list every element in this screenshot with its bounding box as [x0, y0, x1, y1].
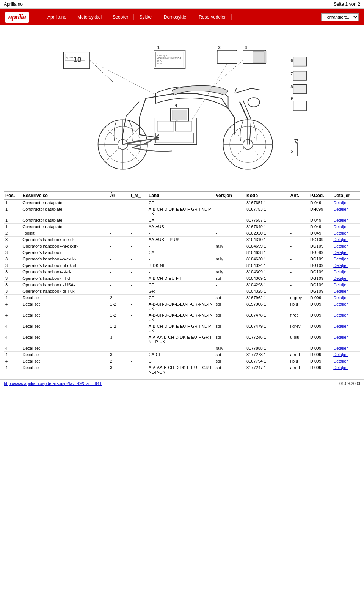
table-row: 1Constructor dataplate--CF-8167651 1-DI0… [4, 200, 360, 206]
nav-link-sykkel[interactable]: Sykkel [134, 14, 158, 20]
header-kode: Kode [245, 192, 289, 200]
dealer-select[interactable]: Forhandlere... [321, 13, 359, 21]
svg-text:3: 3 [245, 45, 247, 50]
cell-versjon: std [214, 358, 245, 364]
cell-land: CF [147, 358, 214, 364]
detaljer-link[interactable]: Detaljer [333, 289, 348, 293]
cell-ant: j.grey [289, 323, 309, 334]
cell-pcod: DG109 [309, 256, 332, 262]
cell-pcod: DG109 [309, 243, 332, 249]
cell-pos: 4 [4, 323, 21, 334]
cell-kode: 8104309 1 [245, 269, 289, 275]
detaljer-link[interactable]: Detaljer [333, 346, 348, 350]
cell-ant: - [289, 262, 309, 269]
cell-pcod: DG109 [309, 288, 332, 295]
detaljer-link[interactable]: Detaljer [333, 270, 348, 274]
detaljer-link[interactable]: Detaljer [333, 231, 348, 235]
detaljer-link[interactable]: Detaljer [333, 263, 348, 268]
footer-date: 01.09.2003 [339, 381, 360, 386]
detaljer-link[interactable]: Detaljer [333, 250, 348, 255]
nav-link-demosykler[interactable]: Demosykler [158, 14, 193, 20]
detaljer-link[interactable]: Detaljer [333, 200, 348, 205]
cell-kode: 8104310 1 [245, 237, 289, 243]
table-row: 2Toolkit----8102920 1-DI049Detaljer [4, 230, 360, 237]
nav-links: Aprilia.no Motorsykkel Scooter Sykkel De… [34, 14, 231, 20]
cell-im: - [129, 288, 147, 295]
nav-link-reservedeler[interactable]: Reservedeler [193, 14, 231, 20]
table-row: 3Operator's handbook--CA-8104638 1-DG099… [4, 249, 360, 256]
cell-aar: 1-2 [108, 323, 129, 334]
logo-box[interactable]: aprilia [5, 12, 29, 23]
svg-rect-20 [294, 58, 306, 66]
cell-detaljer: Detaljer [332, 282, 360, 288]
cell-pos: 3 [4, 249, 21, 256]
cell-versjon: rally [214, 269, 245, 275]
cell-land: - [147, 345, 214, 352]
table-row: 3Operator's handbook-gr-j-uk---GR-810432… [4, 288, 360, 295]
cell-pos: 3 [4, 256, 21, 262]
nav-link-site[interactable]: Aprilia.no [42, 14, 72, 20]
detaljer-link[interactable]: Detaljer [333, 218, 348, 222]
cell-im: - [129, 345, 147, 352]
cell-land: - [147, 269, 214, 275]
table-row: 4Decal set---rally8177888 1-DI009Detalje… [4, 345, 360, 352]
nav-link-scooter[interactable]: Scooter [107, 14, 134, 20]
detaljer-link[interactable]: Detaljer [333, 244, 348, 248]
cell-versjon: std [214, 364, 245, 375]
detaljer-link[interactable]: Detaljer [333, 207, 348, 211]
table-row: 4Decal set2-CFstd8167962 1d.greyDI009Det… [4, 295, 360, 301]
cell-land: CA [147, 217, 214, 224]
moto-area: 10 aprilia 1 aprilia s.p.a VIALE DELL'IN… [0, 25, 364, 191]
detaljer-link[interactable]: Detaljer [333, 359, 348, 363]
detaljer-link[interactable]: Detaljer [333, 282, 348, 287]
detaljer-link[interactable]: Detaljer [333, 335, 348, 339]
table-row: 4Decal set1-2-A-B-CH-D-DK-E-EU-F-GR-I-NL… [4, 301, 360, 312]
cell-kode: 8104630 1 [245, 256, 289, 262]
header-pcod: P.Cod. [309, 192, 332, 200]
cell-versjon: - [214, 224, 245, 230]
cell-beskrivelse: Decal set [21, 364, 108, 375]
cell-ant: i.blu [289, 301, 309, 312]
cell-im: - [129, 262, 147, 269]
cell-aar: - [108, 200, 129, 206]
footer-url[interactable]: http://www.aprilia.no/spdetails.asp?tav=… [4, 381, 102, 386]
cell-aar: - [108, 262, 129, 269]
svg-text:5: 5 [291, 149, 293, 153]
detaljer-link[interactable]: Detaljer [333, 302, 348, 306]
cell-kode: 8177247 1 [245, 364, 289, 375]
detaljer-link[interactable]: Detaljer [333, 313, 348, 317]
detaljer-link[interactable]: Detaljer [333, 224, 348, 229]
cell-pos: 4 [4, 334, 21, 345]
cell-kode: 8157006 1 [245, 301, 289, 312]
cell-im: - [129, 334, 147, 345]
cell-pos: 1 [4, 217, 21, 224]
cell-im: - [129, 364, 147, 375]
cell-kode: 8177246 1 [245, 334, 289, 345]
cell-aar: - [108, 237, 129, 243]
cell-kode: 8104325 1 [245, 288, 289, 295]
cell-aar: - [108, 206, 129, 217]
detaljer-link[interactable]: Detaljer [333, 365, 348, 370]
cell-pos: 3 [4, 275, 21, 282]
detaljer-link[interactable]: Detaljer [333, 237, 348, 242]
table-row: 4Decal set1-2-A-B-CH-D-DK-E-EU-F-GR-I-NL… [4, 312, 360, 323]
nav-link-motorsykkel[interactable]: Motorsykkel [72, 14, 107, 20]
detaljer-link[interactable]: Detaljer [333, 257, 348, 261]
svg-rect-17 [253, 52, 264, 63]
cell-detaljer: Detaljer [332, 243, 360, 249]
table-row: 1Constructor dataplate--CA-8177557 1-DI0… [4, 217, 360, 224]
cell-detaljer: Detaljer [332, 288, 360, 295]
cell-pcod: DI049 [309, 230, 332, 237]
detaljer-link[interactable]: Detaljer [333, 295, 348, 300]
cell-im: - [129, 312, 147, 323]
detaljer-link[interactable]: Detaljer [333, 352, 348, 357]
table-body: 1Constructor dataplate--CF-8167651 1-DI0… [4, 200, 360, 375]
cell-beskrivelse: Constructor dataplate [21, 200, 108, 206]
detaljer-link[interactable]: Detaljer [333, 276, 348, 281]
detaljer-link[interactable]: Detaljer [333, 324, 348, 328]
logo-area: aprilia [0, 9, 34, 25]
cell-pcod: DI049 [309, 224, 332, 230]
cell-im: - [129, 275, 147, 282]
cell-beskrivelse: Decal set [21, 345, 108, 352]
moto-container: 10 aprilia 1 aprilia s.p.a VIALE DELL'IN… [5, 29, 359, 187]
